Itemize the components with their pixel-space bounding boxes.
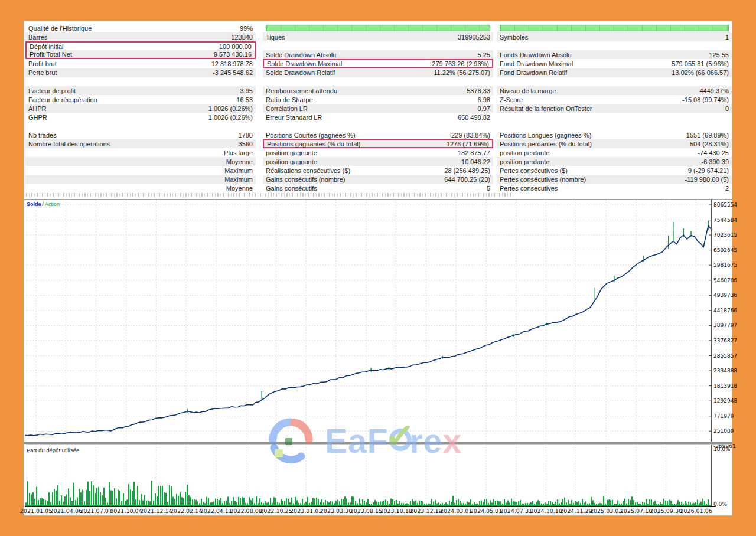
- stat-value: -3 245 548.62: [213, 69, 253, 76]
- stat-row: Positions Longues (gagnées %)1551 (69.89…: [497, 130, 732, 139]
- stat-label: Corrélation LR: [266, 105, 473, 112]
- stat-value: 5: [487, 185, 490, 192]
- stat-row: Nombre total des opérations3560: [25, 139, 256, 148]
- stat-value: 319905253: [458, 34, 490, 41]
- stat-row: Positions gagnantes (% du total)1276 (71…: [263, 139, 493, 148]
- stat-row: Positions perdantes (% du total)504 (28.…: [497, 139, 732, 148]
- deposit-load-min: 0.0%: [713, 501, 727, 507]
- stat-value: 9 (-29 674.21): [688, 167, 729, 174]
- stat-row: Facteur de profit3.95: [25, 86, 256, 95]
- x-axis-tick: 2021.12.14: [140, 508, 172, 514]
- stat-row: Maximum: [25, 166, 256, 175]
- stat-label: Réalisations consécutives ($): [266, 167, 439, 174]
- stat-row: Ratio de Sharpe6.98: [263, 95, 493, 104]
- stat-value: 182 875.77: [458, 149, 490, 156]
- stat-value: 1780: [239, 132, 253, 139]
- stat-label: Gains consécutifs (nombre): [266, 176, 439, 183]
- stat-row: Pertes consecutives2: [497, 184, 732, 193]
- stat-value: 28 (256 489.25): [444, 167, 490, 174]
- y-axis-tick: 771979: [713, 413, 734, 419]
- x-axis-tick: 2025.09.30: [650, 508, 682, 514]
- x-axis-tick: 2022.02.14: [170, 508, 202, 514]
- y-axis-tick: 8065554: [713, 202, 737, 208]
- stat-row: Remboursement attendu5378.33: [263, 86, 493, 95]
- stat-row: Fond Drawdown Maximal579 055.81 (5.96%): [497, 59, 732, 68]
- stat-label: Facteur de récupération: [28, 96, 232, 103]
- stat-label: Profit brut: [28, 60, 207, 67]
- stat-row: Fonds Drawdown Absolu125.55: [497, 50, 732, 59]
- stat-value: 16.53: [236, 96, 253, 103]
- stat-label: Nombre total des opérations: [28, 140, 234, 148]
- stat-label: Qualité de l'Historique: [28, 25, 235, 32]
- stat-row: position gagnante182 875.77: [263, 148, 493, 157]
- stat-value: 1.0026 (0.26%): [208, 105, 253, 112]
- stat-label: Solde Drawdown Absolu: [266, 51, 473, 58]
- stat-row: Gains consécutifs (nombre)644 708.25 (23…: [263, 175, 493, 184]
- stat-value: 5.25: [478, 51, 490, 58]
- deposit-load-max: 10.0%: [713, 446, 731, 452]
- stat-label: Résultat de la fonction OnTester: [500, 105, 721, 112]
- stat-value: 1276 (71.69%): [447, 140, 489, 148]
- stat-label: Solde Drawdown Maximal: [267, 60, 427, 67]
- stat-row: Dépôt initial100 000.00: [25, 41, 256, 50]
- x-axis-tick: 2026.01.06: [680, 508, 712, 514]
- stat-value: 229 (83.84%): [451, 132, 490, 139]
- stat-label: Positions gagnantes (% du total): [267, 140, 442, 148]
- y-axis-tick: 1292948: [713, 398, 737, 404]
- stat-row: Maximum: [25, 175, 256, 184]
- stat-row: position gagnante10 046.22: [263, 157, 493, 166]
- stat-value: Maximum: [224, 167, 253, 174]
- y-axis-tick: 7023615: [713, 232, 737, 238]
- stat-value: -119 980.00 (5): [685, 176, 729, 183]
- x-axis-tick: 2022.08.08: [230, 508, 262, 514]
- stat-label: position gagnante: [266, 149, 453, 156]
- stat-row: Facteur de récupération16.53: [25, 95, 256, 104]
- stat-row: Profit brut12 818 978.78: [25, 59, 256, 68]
- stat-value: 279 763.26 (2.93%): [432, 60, 489, 67]
- balance-plot: [25, 200, 712, 442]
- stat-label: Pertes consécutives ($): [500, 167, 683, 174]
- stat-value: Moyenne: [226, 158, 253, 165]
- balance-chart: Solde/Action EaF✓rex 8065554754458470236…: [24, 199, 732, 442]
- stat-row: Plus large: [25, 148, 256, 157]
- y-axis-tick: 7544584: [713, 217, 737, 223]
- x-axis-tick: 2023.01.03: [290, 508, 322, 514]
- stat-row: Qualité de l'Historique99%: [25, 24, 256, 32]
- stat-value: Maximum: [224, 176, 253, 183]
- x-axis-tick: 2023.10.18: [380, 508, 412, 514]
- stat-value: 123840: [231, 34, 253, 41]
- progress-fill: [266, 25, 490, 31]
- stat-value: -15.08 (99.74%): [682, 96, 729, 103]
- stat-value: 13.02% (66 066.57): [672, 69, 729, 76]
- y-axis-tick: 2855857: [713, 353, 737, 359]
- stat-label: Nb trades: [28, 132, 234, 139]
- y-axis-tick: 2334888: [713, 368, 737, 374]
- progress-bar: [263, 24, 493, 32]
- legend-solde: Solde: [27, 201, 41, 207]
- stat-row: Perte brut-3 245 548.62: [25, 68, 256, 77]
- stat-value: 0.97: [478, 105, 490, 112]
- x-axis-tick: 2023.12.19: [410, 508, 442, 514]
- x-axis-tick: 2024.03.01: [440, 508, 472, 514]
- stat-label: Symboles: [500, 34, 721, 41]
- backtest-report-panel: Qualité de l'Historique99%Barres123840Ti…: [24, 21, 732, 516]
- stat-row: Solde Drawdown Maximal279 763.26 (2.93%): [263, 59, 493, 68]
- stat-value: 1551 (69.89%): [686, 132, 729, 139]
- x-axis-tick: 2022.10.25: [260, 508, 292, 514]
- stat-value: 125.55: [709, 51, 729, 58]
- x-axis-tick: 2021.07.07: [80, 508, 112, 514]
- stat-value: 10 046.22: [461, 158, 490, 165]
- stat-row: Barres123840: [25, 32, 256, 41]
- stat-value: 99%: [240, 25, 253, 32]
- stat-label: Ratio de Sharpe: [266, 96, 473, 103]
- stat-label: Positions perdantes (% du total): [500, 140, 685, 148]
- stat-label: Pertes consécutives (nombre): [500, 176, 680, 183]
- x-axis-tick: 2023.03.30: [320, 508, 352, 514]
- stat-value: 5378.33: [467, 87, 490, 94]
- stat-value: -6 390.39: [702, 158, 729, 165]
- stat-row: GHPR1.0026 (0.26%): [25, 113, 256, 122]
- deposit-load-plot: [25, 445, 712, 506]
- stat-row: Pertes consécutives ($)9 (-29 674.21): [497, 166, 732, 175]
- stat-row: Gains consécutifs5: [263, 184, 493, 193]
- y-axis-tick: 6502645: [713, 247, 737, 253]
